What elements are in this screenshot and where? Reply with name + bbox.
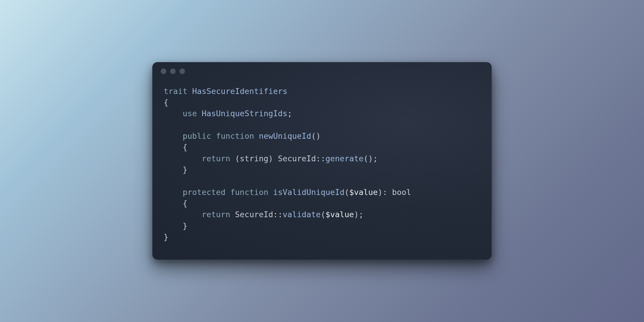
keyword-return: return — [202, 210, 230, 219]
window-titlebar — [153, 62, 491, 80]
method-isvaliduniqueid: isValidUniqueId — [273, 188, 345, 197]
cast-string: (string) — [235, 154, 273, 163]
code-block: trait HasSecureIdentifiers { use HasUniq… — [153, 80, 491, 260]
call-validate: validate — [282, 210, 321, 219]
keyword-use: use — [183, 109, 197, 118]
keyword-trait: trait — [164, 87, 187, 96]
trait-use-name: HasUniqueStringIds — [202, 109, 287, 118]
paren-close-semi: ); — [354, 210, 364, 219]
window-close-icon[interactable] — [161, 68, 166, 74]
call-generate: generate — [326, 154, 364, 163]
paren-open: ( — [321, 210, 325, 219]
paren-close-colon: ): — [378, 188, 392, 197]
semicolon: ; — [287, 109, 292, 118]
class-secureid: SecureId — [235, 210, 273, 219]
brace-open: { — [164, 98, 168, 107]
trait-name: HasSecureIdentifiers — [192, 87, 287, 96]
parens: () — [311, 131, 321, 141]
window-zoom-icon[interactable] — [179, 68, 185, 74]
brace-open: { — [183, 143, 187, 152]
keyword-public: public — [183, 131, 211, 141]
brace-close: } — [183, 221, 187, 230]
paren-open: ( — [345, 188, 349, 197]
window-minimize-icon[interactable] — [170, 68, 176, 74]
param-value: $value — [349, 188, 378, 197]
brace-open: { — [183, 199, 187, 208]
code-window: trait HasSecureIdentifiers { use HasUniq… — [152, 62, 492, 260]
arg-value: $value — [326, 210, 354, 219]
scope-operator: :: — [316, 154, 326, 163]
keyword-function: function — [230, 188, 268, 197]
scope-operator: :: — [273, 210, 283, 219]
method-newuniqueid: newUniqueId — [259, 131, 311, 141]
brace-close: } — [183, 165, 187, 174]
brace-close: } — [164, 232, 168, 242]
call-parens: (); — [364, 154, 378, 163]
return-type-bool: bool — [392, 188, 411, 197]
keyword-return: return — [202, 154, 230, 163]
keyword-protected: protected — [183, 188, 225, 197]
class-secureid: SecureId — [278, 154, 316, 163]
keyword-function: function — [216, 131, 254, 141]
